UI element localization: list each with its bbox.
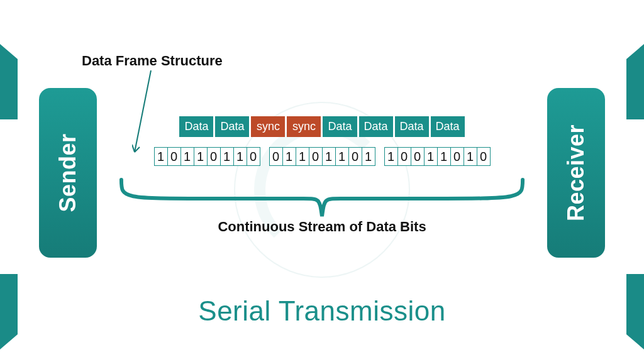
bit-cell: 1 <box>464 147 477 166</box>
frame-cell-sync: sync <box>287 116 321 137</box>
bit-cell: 1 <box>233 147 247 166</box>
bit-group: 01101101 <box>269 147 375 166</box>
bit-cell: 1 <box>220 147 234 166</box>
bit-cell: 1 <box>437 147 451 166</box>
bit-cell: 1 <box>322 147 336 166</box>
bit-cell: 0 <box>411 147 425 166</box>
bit-cell: 1 <box>362 147 375 166</box>
bit-cell: 1 <box>335 147 349 166</box>
frame-structure-label: Data Frame Structure <box>82 53 223 69</box>
bit-cell: 1 <box>296 147 309 166</box>
frame-cell-data: Data <box>359 116 393 137</box>
bit-group: 10110110 <box>154 147 260 166</box>
edge-decoration <box>0 44 18 119</box>
bit-cell: 1 <box>154 147 168 166</box>
bit-cell: 0 <box>247 147 260 166</box>
frame-cell-data: Data <box>179 116 213 137</box>
bit-cell: 0 <box>477 147 491 166</box>
bit-cell: 0 <box>450 147 464 166</box>
frame-row: DataDatasyncsyncDataDataDataData <box>110 116 534 137</box>
bit-stream: 101101100110110110011010 <box>110 147 534 166</box>
bit-cell: 1 <box>282 147 296 166</box>
continuous-stream-label: Continuous Stream of Data Bits <box>0 219 644 235</box>
sender-label: Sender <box>55 133 81 212</box>
bit-cell: 0 <box>167 147 181 166</box>
frame-cell-data: Data <box>431 116 465 137</box>
brace <box>116 177 528 221</box>
receiver-label: Receiver <box>563 124 589 221</box>
edge-decoration <box>626 44 644 119</box>
diagram-title: Serial Transmission <box>0 295 644 327</box>
frame-cell-data: Data <box>215 116 249 137</box>
bit-cell: 1 <box>384 147 398 166</box>
bit-cell: 0 <box>397 147 411 166</box>
bit-cell: 0 <box>309 147 323 166</box>
bit-cell: 0 <box>348 147 362 166</box>
frame-cell-data: Data <box>395 116 429 137</box>
bit-cell: 0 <box>207 147 221 166</box>
frame-cell-sync: sync <box>251 116 285 137</box>
bit-cell: 0 <box>269 147 283 166</box>
bit-group: 10011010 <box>384 147 491 166</box>
frame-cell-data: Data <box>323 116 357 137</box>
bit-cell: 1 <box>194 147 208 166</box>
bit-cell: 1 <box>424 147 438 166</box>
bit-cell: 1 <box>180 147 194 166</box>
